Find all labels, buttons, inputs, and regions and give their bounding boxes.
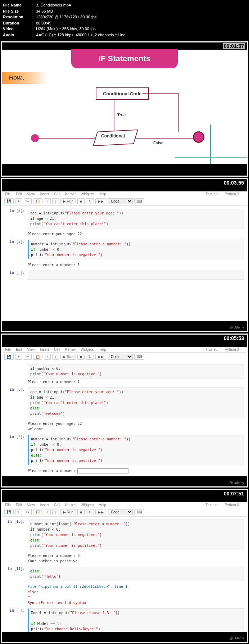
code-cell-running[interactable]: In [*]:number = int(input("Please enter … xyxy=(5,435,244,465)
restart-icon[interactable]: ↻ xyxy=(86,198,94,204)
menu-help[interactable]: Help xyxy=(99,503,106,507)
code-cell-8[interactable]: In [8]:age = int(input("Please enter you… xyxy=(5,387,244,418)
meta-video: H264 (Main) :: 355 kb/s, 30.00 fps xyxy=(36,26,96,32)
stop-icon[interactable]: ■ xyxy=(77,509,85,515)
copy-icon[interactable]: 📋 xyxy=(33,509,42,515)
move-down-icon[interactable]: ↓ xyxy=(52,354,59,360)
jupyter-menubar[interactable]: FileEditViewInsertCellKernelWidgetsHelp … xyxy=(2,347,247,353)
video-frame-4: 00:07:51 FileEditViewInsertCellKernelWid… xyxy=(1,489,248,643)
cell-output: Please enter your age: 22 xyxy=(28,231,244,240)
kernel-indicator: Python 3 xyxy=(225,348,239,352)
restart-icon[interactable]: ↻ xyxy=(86,509,94,515)
menu-widgets[interactable]: Widgets xyxy=(81,503,94,507)
menu-kernel[interactable]: Kernel xyxy=(65,348,76,352)
cut-icon[interactable]: ✂ xyxy=(24,198,32,204)
code-cell-11[interactable]: In [11]:else: print("Hello") xyxy=(5,567,244,581)
run-all-icon[interactable]: ▶▶ xyxy=(95,198,106,204)
flowchart-true-label: True xyxy=(117,113,126,117)
code-cell-empty[interactable]: In [ ]: xyxy=(5,271,244,280)
menu-cell[interactable]: Cell xyxy=(54,503,60,507)
menu-view[interactable]: View xyxy=(27,503,35,507)
cell-prompt: In [ ]: xyxy=(5,608,28,632)
run-button[interactable]: ▶ Run xyxy=(60,198,76,204)
copy-icon[interactable]: 📋 xyxy=(33,354,42,360)
cell-type-select[interactable]: Code xyxy=(108,198,133,204)
partial-cell[interactable]: if number < 0: print("Your number is neg… xyxy=(28,364,244,378)
menu-file[interactable]: File xyxy=(5,348,11,352)
run-button[interactable]: ▶ Run xyxy=(60,354,76,360)
code-cell-3[interactable]: In [3]:age = int(input("Please enter you… xyxy=(5,209,244,228)
menu-file[interactable]: File xyxy=(5,503,11,507)
run-all-icon[interactable]: ▶▶ xyxy=(95,509,106,515)
save-icon[interactable]: 💾 xyxy=(4,198,14,204)
flowchart-line xyxy=(114,100,114,131)
cell-type-select[interactable]: Code xyxy=(108,509,133,515)
keyboard-icon[interactable]: ⌨ xyxy=(134,509,144,515)
video-frame-1: 00:01:57 IF Statements How.. Conditional… xyxy=(1,41,248,177)
timestamp-3: 00:05:53 xyxy=(223,335,245,341)
move-down-icon[interactable]: ↓ xyxy=(52,509,59,515)
menu-kernel[interactable]: Kernel xyxy=(65,192,76,196)
add-cell-button[interactable]: + xyxy=(15,354,22,360)
keyboard-icon[interactable]: ⌨ xyxy=(134,198,144,204)
meta-video-label: Video xyxy=(3,26,32,32)
code-cell-10[interactable]: In [10]:number = int(input("Please enter… xyxy=(5,520,244,550)
add-cell-button[interactable]: + xyxy=(15,509,22,515)
menu-edit[interactable]: Edit xyxy=(16,503,22,507)
copy-icon[interactable]: 📋 xyxy=(33,198,42,204)
cell-output: Please enter a number: 3Your number is p… xyxy=(28,552,244,567)
timestamp-4: 00:07:51 xyxy=(223,491,245,496)
move-up-icon[interactable]: ↑ xyxy=(44,354,51,360)
save-icon[interactable]: 💾 xyxy=(4,354,14,360)
move-down-icon[interactable]: ↓ xyxy=(52,198,59,204)
menu-widgets[interactable]: Widgets xyxy=(81,348,94,352)
menu-help[interactable]: Help xyxy=(99,348,106,352)
flowchart-line xyxy=(142,93,178,94)
video-frame-2: 00:03:55 FileEditViewInsertCellKernelWid… xyxy=(1,178,248,332)
stop-icon[interactable]: ■ xyxy=(77,354,85,360)
menu-edit[interactable]: Edit xyxy=(16,348,22,352)
kernel-indicator: Python 3 xyxy=(225,503,239,507)
menu-insert[interactable]: Insert xyxy=(40,503,49,507)
flowchart-false-label: False xyxy=(153,141,163,145)
decorative-line xyxy=(175,157,247,158)
move-up-icon[interactable]: ↑ xyxy=(44,198,51,204)
run-all-icon[interactable]: ▶▶ xyxy=(95,354,106,360)
flowchart-diamond-label: Conditional xyxy=(101,133,125,139)
restart-icon[interactable]: ↻ xyxy=(86,354,94,360)
menu-widgets[interactable]: Widgets xyxy=(81,192,94,196)
menu-insert[interactable]: Insert xyxy=(40,348,49,352)
save-icon[interactable]: 💾 xyxy=(4,509,14,515)
jupyter-menubar[interactable]: FileEditViewInsertCellKernelWidgetsHelp … xyxy=(2,502,247,508)
jupyter-toolbar: 💾 + ✂ 📋 ↑ ↓ ▶ Run ■ ↻ ▶▶ Code ⌨ xyxy=(2,197,247,206)
cell-type-select[interactable]: Code xyxy=(108,354,133,360)
menu-view[interactable]: View xyxy=(27,348,35,352)
meta-filesize: 34.65 MB xyxy=(36,8,53,14)
meta-audio: AAC (LC) :: 128 kbps, 48000 Hz, 2 channe… xyxy=(36,32,126,38)
menu-cell[interactable]: Cell xyxy=(54,192,60,196)
menu-edit[interactable]: Edit xyxy=(16,192,22,196)
move-up-icon[interactable]: ↑ xyxy=(44,509,51,515)
video-frame-3: 00:05:53 FileEditViewInsertCellKernelWid… xyxy=(1,334,248,487)
menu-file[interactable]: File xyxy=(5,192,11,196)
add-cell-button[interactable]: + xyxy=(15,198,22,204)
jupyter-menubar[interactable]: FileEditViewInsertCellKernelWidgetsHelp … xyxy=(2,191,247,197)
menu-cell[interactable]: Cell xyxy=(54,348,60,352)
trusted-indicator: Trusted xyxy=(205,192,218,196)
flowchart-line xyxy=(178,93,179,132)
stdin-input[interactable] xyxy=(77,468,128,473)
menu-kernel[interactable]: Kernel xyxy=(65,503,76,507)
flowchart-conditional-code-box: Conditional Code xyxy=(96,87,149,100)
menu-help[interactable]: Help xyxy=(99,192,106,196)
menu-insert[interactable]: Insert xyxy=(40,192,49,196)
cut-icon[interactable]: ✂ xyxy=(24,509,32,515)
code-cell-5[interactable]: In [5]:number = int(input("Please enter … xyxy=(5,240,244,259)
meta-audio-label: Audio xyxy=(3,32,32,38)
menu-view[interactable]: View xyxy=(27,192,35,196)
cell-output: Please enter a number: 1 xyxy=(28,378,244,387)
code-cell-model[interactable]: In [ ]:Model = int(input("Please choose … xyxy=(5,608,244,632)
keyboard-icon[interactable]: ⌨ xyxy=(134,354,144,360)
cut-icon[interactable]: ✂ xyxy=(24,354,32,360)
run-button[interactable]: ▶ Run xyxy=(60,509,76,515)
stop-icon[interactable]: ■ xyxy=(77,198,85,204)
